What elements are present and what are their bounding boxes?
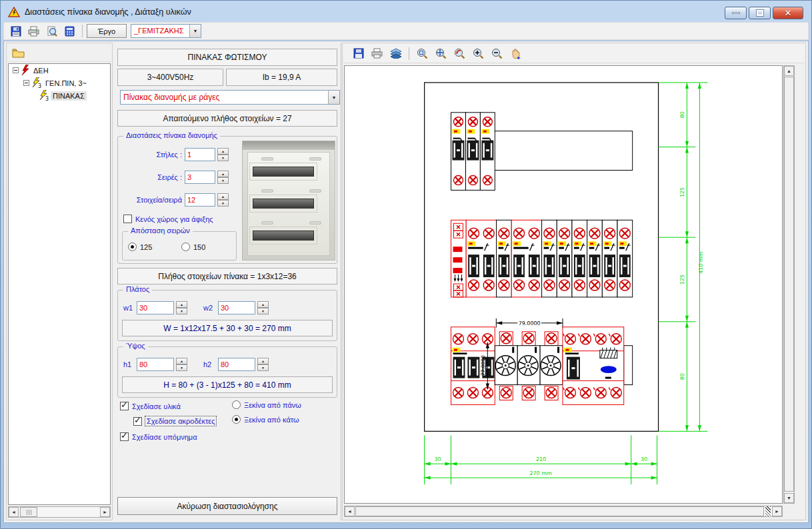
zoom-window-button[interactable]	[414, 46, 431, 61]
start-bottom-row[interactable]: Ξεκίνα από κάτω	[232, 415, 299, 424]
start-top-row[interactable]: Ξεκίνα από πάνω	[232, 400, 301, 409]
scroll-right-icon[interactable]: ►	[772, 506, 782, 516]
empty-space-label: Κενός χώρος για άφιξης	[135, 215, 213, 223]
save-button[interactable]	[7, 23, 24, 39]
h2-stepper[interactable]: ▲▼	[218, 358, 269, 371]
scrollbar-thumb[interactable]	[784, 77, 794, 492]
spin-up-icon[interactable]: ▲	[176, 358, 187, 364]
spin-down-icon[interactable]: ▼	[257, 308, 269, 314]
draw-terminals-row[interactable]: Σχεδίασε ακροδέκτες	[133, 416, 216, 426]
svg-text:3: 3	[38, 83, 41, 89]
spin-up-icon[interactable]: ▲	[176, 301, 187, 308]
tree-item-pinakas[interactable]: 3 ΠΙΝΑΚΑΣ	[9, 89, 110, 102]
spacing-150-radio-row[interactable]: 150	[181, 243, 205, 251]
spin-up-icon[interactable]: ▲	[217, 171, 229, 177]
h1-stepper[interactable]: ▲▼	[137, 358, 187, 371]
zoom-out-button[interactable]	[489, 46, 505, 61]
scroll-left-icon[interactable]: ◄	[345, 506, 355, 516]
print-button[interactable]	[25, 23, 42, 39]
h1-input[interactable]	[137, 358, 174, 371]
scrollbar-thumb[interactable]	[355, 506, 764, 516]
spin-up-icon[interactable]: ▲	[257, 301, 269, 308]
columns-input[interactable]	[185, 148, 215, 161]
scroll-up-icon[interactable]: ▲	[784, 66, 794, 76]
spin-up-icon[interactable]: ▲	[217, 193, 229, 200]
spacing-125-radio[interactable]	[128, 243, 137, 251]
chevron-down-icon[interactable]: ▼	[328, 91, 339, 104]
collapse-icon[interactable]	[23, 80, 29, 86]
spin-down-icon[interactable]: ▼	[217, 155, 229, 161]
svg-text:3: 3	[45, 96, 49, 101]
calculator-icon	[65, 26, 75, 37]
w1-stepper[interactable]: ▲▼	[137, 301, 187, 314]
dimensions-group-label: Διαστάσεις πίνακα διανομής	[123, 131, 220, 139]
print-icon	[371, 48, 383, 59]
close-icon: ✕	[785, 9, 792, 17]
columns-stepper[interactable]: ▲▼	[185, 148, 229, 161]
pan-button[interactable]	[507, 46, 524, 61]
zoom-extents-icon	[435, 48, 447, 59]
spacing-150-radio[interactable]	[181, 243, 190, 251]
print-icon	[28, 26, 39, 37]
w1-input[interactable]	[137, 301, 174, 314]
drawing-save-button[interactable]	[350, 46, 367, 61]
calculator-button[interactable]	[61, 23, 78, 39]
w2-input[interactable]	[218, 301, 255, 314]
spin-down-icon[interactable]: ▼	[217, 200, 229, 207]
close-button[interactable]: ✕	[773, 7, 803, 19]
svg-text:80: 80	[679, 373, 685, 380]
spin-down-icon[interactable]: ▼	[176, 308, 187, 314]
open-project-button[interactable]	[10, 45, 27, 61]
tree-horizontal-scrollbar[interactable]: ◄ ►	[8, 506, 111, 518]
draw-terminals-checkbox[interactable]	[133, 417, 142, 426]
draw-legend-checkbox[interactable]	[120, 432, 129, 441]
zoom-previous-button[interactable]	[451, 46, 468, 61]
spin-down-icon[interactable]: ▼	[217, 177, 229, 184]
supply-box: 3~400V50Hz	[117, 69, 223, 86]
empty-space-checkbox[interactable]	[123, 215, 132, 223]
elements-per-row-input[interactable]	[185, 193, 215, 207]
print-preview-button[interactable]	[43, 23, 60, 39]
project-button[interactable]: Έργο	[87, 24, 127, 38]
drawing-vertical-scrollbar[interactable]: ▲ ▼	[783, 65, 795, 504]
spacing-125-radio-row[interactable]: 125	[128, 243, 152, 251]
elements-per-row-stepper[interactable]: ▲▼	[185, 193, 229, 207]
rows-input[interactable]	[185, 171, 215, 184]
collapse-icon[interactable]	[13, 67, 19, 73]
spin-up-icon[interactable]: ▲	[257, 358, 269, 364]
restore-button[interactable]	[749, 7, 771, 19]
spin-up-icon[interactable]: ▲	[217, 148, 229, 155]
scrollbar-thumb[interactable]	[20, 507, 37, 517]
draw-materials-row[interactable]: Σχεδίασε υλικά	[120, 402, 181, 410]
drawing-horizontal-scrollbar[interactable]: ◄ ►	[344, 506, 783, 517]
chevron-down-icon[interactable]: ▼	[189, 25, 201, 37]
dimensions-group: Διαστάσεις πίνακα διανομής Στήλες : ▲▼ Σ…	[117, 136, 337, 264]
empty-space-checkbox-row[interactable]: Κενός χώρος για άφιξης	[123, 215, 213, 223]
scroll-right-icon[interactable]: ►	[100, 507, 110, 517]
start-bottom-radio[interactable]	[232, 415, 241, 424]
width-group: Πλάτος w1 ▲▼ w2 ▲▼ W = 1x12x17.5 + 30 + …	[117, 290, 337, 341]
zoom-extents-button[interactable]	[433, 46, 449, 61]
draw-legend-label: Σχεδίασε υπόμνημα	[132, 433, 197, 441]
h2-input[interactable]	[218, 358, 255, 371]
drawing-print-button[interactable]	[369, 46, 385, 61]
height-formula-box: H = 80 + (3 - 1)x125 + 80 = 410 mm	[122, 376, 333, 393]
rows-stepper[interactable]: ▲▼	[185, 171, 229, 184]
layers-button[interactable]	[387, 46, 404, 61]
minimize-button[interactable]	[725, 7, 747, 19]
drawing-canvas[interactable]: 77.000079.00008012512580410 mm3021030270…	[344, 65, 783, 504]
tree-item-gen-pin[interactable]: 3 ΓΕΝ.ΠΙΝ, 3~	[9, 77, 110, 89]
draw-materials-checkbox[interactable]	[120, 402, 129, 410]
scroll-left-icon[interactable]: ◄	[9, 507, 19, 517]
scroll-down-icon[interactable]: ▼	[784, 493, 794, 503]
zoom-in-button[interactable]	[470, 46, 487, 61]
panel-type-combobox[interactable]: Πίνακας διανομής με ράγες ▼	[120, 90, 340, 105]
tree-item-dei[interactable]: ΔΕΗ	[9, 64, 110, 77]
spin-down-icon[interactable]: ▼	[257, 364, 269, 371]
cancel-sizing-button[interactable]: Ακύρωση διαστασιολόγησης	[117, 497, 337, 515]
spin-down-icon[interactable]: ▼	[176, 364, 187, 371]
start-top-radio[interactable]	[232, 400, 241, 409]
draw-legend-row[interactable]: Σχεδίασε υπόμνημα	[120, 432, 197, 441]
project-combobox[interactable]: _ΓΕΜΙΤΖΑΚΗΣ ▼	[131, 24, 201, 38]
w2-stepper[interactable]: ▲▼	[218, 301, 269, 314]
